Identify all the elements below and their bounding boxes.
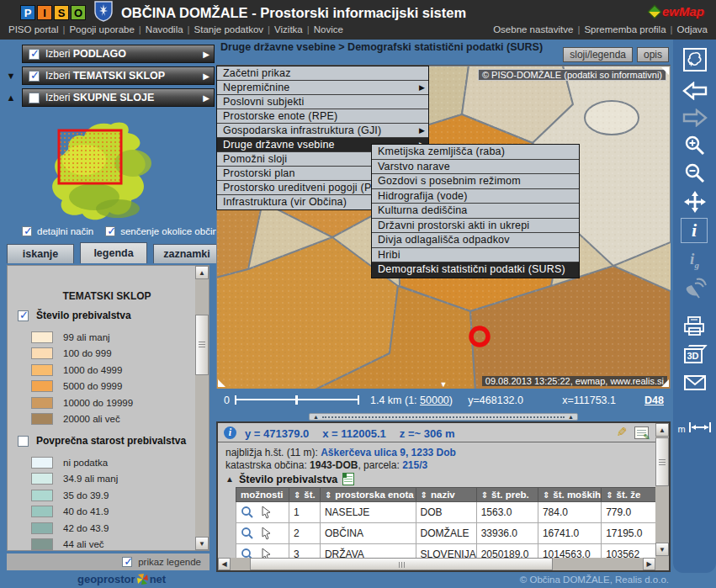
legend-group-checkbox[interactable] (18, 436, 29, 447)
measure-button[interactable]: m (673, 422, 716, 433)
col-st-zensk[interactable]: ⇕št. že (602, 488, 659, 502)
nav-stanje-podatkov[interactable]: Stanje podatkov (194, 24, 263, 34)
sencenje-checkbox[interactable] (105, 226, 115, 236)
gps-button[interactable] (673, 277, 716, 299)
tab-legenda[interactable]: legenda (80, 242, 147, 263)
accordion-tematski-sklop[interactable]: Izberi TEMATSKI SKLOP ▶ (22, 66, 215, 85)
legend-group-checkbox[interactable] (18, 310, 29, 321)
back-button[interactable] (673, 82, 716, 100)
menu-item-poslovni-subjekti[interactable]: Poslovni subjekti (217, 95, 428, 109)
tab-zaznamki[interactable]: zaznamki (153, 244, 220, 263)
resize-handle-icon[interactable] (661, 67, 669, 75)
edit-pencil-icon[interactable]: ✎ (617, 425, 628, 440)
zoom-in-button[interactable] (673, 135, 716, 156)
resize-handle-icon[interactable] (661, 379, 669, 387)
nav-sprememba-profila[interactable]: Sprememba profila (584, 24, 666, 34)
podlago-checkbox[interactable] (29, 49, 40, 60)
submenu-item-drzavni-akti[interactable]: Državni prostorski akti in ukrepi (372, 219, 579, 234)
envelope-icon (683, 374, 707, 391)
scale-link[interactable]: 50000 (420, 395, 449, 406)
print-button[interactable] (673, 315, 716, 337)
option-sencenje[interactable]: senčenje okolice občine (105, 226, 223, 236)
excel-export-icon[interactable] (342, 473, 354, 485)
geoprostor-logo[interactable]: geoprostor net (77, 573, 166, 585)
menu-item-gospodarska-infra[interactable]: Gospodarska infrastruktura (GJI)▶ (217, 124, 428, 138)
legend-scrollbar[interactable]: ▲ ▼ (195, 266, 209, 550)
panel-splitter[interactable]: ▲▲ (309, 413, 578, 421)
accordion-podlago[interactable]: Izberi PODLAGO ▶ (22, 45, 215, 63)
tab-iskanje[interactable]: iskanje (7, 244, 74, 263)
col-st[interactable]: ⇕št. (289, 488, 320, 502)
col-moznosti[interactable]: možnosti (236, 488, 289, 502)
row-zoom-icon[interactable] (241, 506, 254, 519)
pan-down-icon[interactable]: ▼ (440, 380, 448, 389)
panel-horizontal-scrollbar[interactable]: ◀ ▶ (218, 558, 655, 570)
row-zoom-icon[interactable] (241, 527, 254, 540)
opis-button[interactable]: opis (637, 47, 669, 62)
sidebar: Izberi PODLAGO ▶ ▼ Izberi TEMATSKI SKLOP… (0, 40, 216, 588)
col-naziv[interactable]: ⇕naziv (416, 488, 476, 502)
datum-link[interactable]: D48 (644, 395, 664, 406)
nav-odjava[interactable]: Odjava (677, 24, 708, 34)
nav-navodila[interactable]: Navodila (146, 24, 183, 34)
menu-item-zacetni-prikaz[interactable]: Začetni prikaz (217, 66, 428, 81)
zoom-out-button[interactable] (673, 162, 716, 184)
nav-osebne-nastavitve[interactable]: Osebne nastavitve (493, 24, 573, 34)
address-link[interactable]: Aškerčeva ulica 9, 1233 Dob (321, 447, 456, 458)
scroll-down-icon[interactable]: ▼ (195, 537, 209, 550)
table-row[interactable]: 1 NASELJE DOB 1563.0 784.0 779.0 (236, 502, 659, 523)
col-st-moskih[interactable]: ⇕št. moških (538, 488, 601, 502)
scroll-down-icon[interactable]: ▼ (655, 543, 669, 556)
submenu-item-hidrografija[interactable]: Hidrografija (vode) (372, 189, 579, 204)
mail-button[interactable] (673, 374, 716, 391)
pan-button[interactable] (673, 190, 716, 214)
submenu-item-hribi[interactable]: Hribi (372, 248, 579, 263)
scroll-up-icon[interactable]: ▲ (655, 423, 669, 437)
group-info-button[interactable]: ig (673, 250, 716, 270)
section-header[interactable]: ▲ Število prebivalstva (225, 473, 354, 485)
scroll-thumb[interactable] (195, 315, 209, 375)
col-prostorska-enota[interactable]: ⇕prostorska enota (320, 488, 416, 502)
submenu-item-varstvo-narave[interactable]: Varstvo narave (372, 160, 579, 175)
overview-map[interactable] (34, 119, 185, 228)
collapse-icon[interactable]: ▲ (225, 474, 234, 484)
notes-icon[interactable] (634, 426, 649, 439)
skupni-checkbox[interactable] (29, 93, 40, 103)
col-st-preb[interactable]: ⇕št. preb. (476, 488, 538, 502)
accordion-caret[interactable]: ▼ (0, 71, 22, 81)
accordion-caret[interactable]: ▲ (0, 93, 22, 103)
nav-novice[interactable]: Novice (314, 24, 343, 34)
sloji-legenda-button[interactable]: sloji/legenda (563, 47, 633, 62)
table-row[interactable]: 2 OBČINA DOMŽALE 33936.0 16741.0 17195.0 (236, 523, 659, 544)
parcel-link[interactable]: 215/3 (402, 459, 427, 471)
resize-handle-icon[interactable] (218, 379, 225, 387)
submenu-item-demografski[interactable]: Demografski statistični podatki (SURS) (372, 262, 579, 278)
forward-button[interactable] (673, 109, 716, 127)
scroll-up-icon[interactable]: ▲ (195, 266, 209, 279)
row-select-icon[interactable] (261, 506, 273, 519)
submenu-item-kulturna-dediscina[interactable]: Kulturna dediščina (372, 204, 579, 219)
panel-vertical-scrollbar[interactable]: ▲ ▼ (655, 423, 669, 570)
accordion-skupni-sloji[interactable]: Izberi SKUPNE SLOJE ▶ (22, 88, 215, 107)
menu-item-nepremicnine[interactable]: Nepremičnine▶ (217, 81, 428, 95)
submenu-item-kmetijska[interactable]: Kmetijska zemljišča (raba) (372, 145, 579, 160)
nav-vizitka[interactable]: Vizitka (274, 24, 303, 34)
option-detajlni-nacin[interactable]: detajlni način (22, 226, 93, 236)
scroll-right-icon[interactable]: ▶ (643, 558, 655, 570)
tematski-checkbox[interactable] (29, 71, 40, 82)
three-d-button[interactable]: 3D (673, 345, 716, 363)
map-topbar: Druge državne vsebine > Demografski stat… (216, 40, 671, 65)
row-select-icon[interactable] (261, 527, 273, 540)
scroll-left-icon[interactable]: ◀ (218, 558, 231, 570)
scroll-thumb[interactable] (250, 558, 553, 570)
nav-pogoji-uporabe[interactable]: Pogoji uporabe (69, 24, 134, 34)
submenu-item-gozdovi[interactable]: Gozdovi s posebnim režimom (372, 174, 579, 189)
full-extent-button[interactable] (673, 48, 716, 72)
prikaz-legende-checkbox[interactable] (122, 557, 132, 567)
submenu-item-divja-odlagalisca[interactable]: Divja odlagališča odpadkov (372, 233, 579, 248)
menu-item-prostorske-enote[interactable]: Prostorske enote (RPE) (217, 109, 428, 124)
info-button[interactable]: i (681, 218, 708, 243)
nav-piso-portal[interactable]: PISO portal (8, 24, 58, 34)
detajlni-checkbox[interactable] (22, 226, 32, 236)
scroll-thumb[interactable] (655, 437, 669, 486)
